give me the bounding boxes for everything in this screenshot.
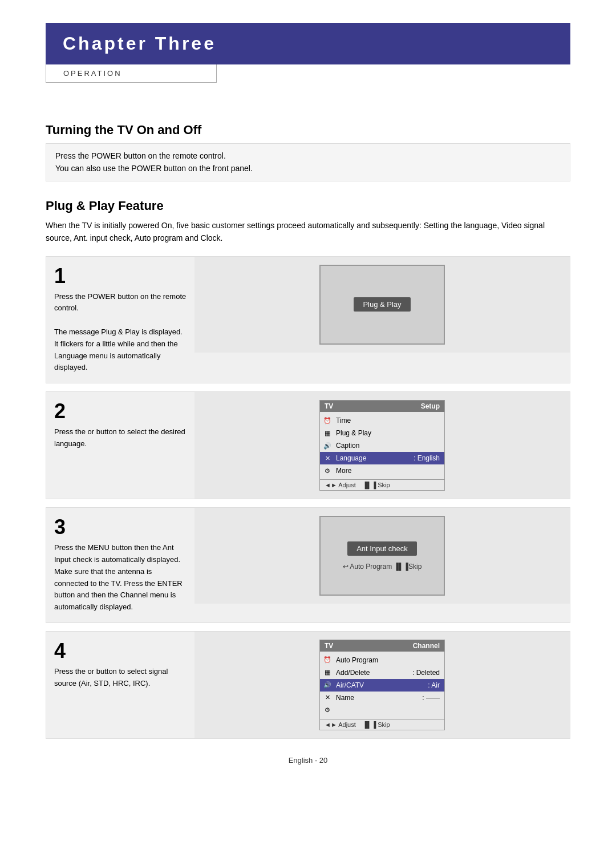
turning-tv-box: Press the POWER button on the remote con… <box>46 143 570 181</box>
menu-label-time: Time <box>336 417 440 424</box>
menu-label-more: More <box>336 467 440 475</box>
step1-right: Plug & Play <box>194 257 570 353</box>
step2-menu-header: TV Setup <box>320 401 444 412</box>
step1-text1: Press the POWER button on the remote con… <box>54 291 187 315</box>
step1-text2: The message Plug & Play is displayed. It… <box>54 326 187 374</box>
step2-menu-tv: TV <box>325 402 333 410</box>
menu-row-autoprog: ⏰ Auto Program <box>320 654 444 666</box>
menu-label-adddelete: Add/Delete <box>336 669 409 677</box>
menu-label-plugplay: Plug & Play <box>336 429 440 437</box>
menu-value-name: : —— <box>422 694 440 702</box>
step2-left: 2 Press the or button to select the desi… <box>46 392 194 459</box>
menu-value-adddelete: : Deleted <box>412 669 440 677</box>
chapter-subtitle: OPERATION <box>46 64 217 83</box>
step3-container: 3 Press the MENU button then the Ant Inp… <box>46 507 570 623</box>
autoprog-icon: ⏰ <box>322 655 333 665</box>
step4-menu-channel: Channel <box>413 642 440 650</box>
step4-right: TV Channel ⏰ Auto Program ▦ Add/Delete :… <box>194 632 570 738</box>
step4-menu-body: ⏰ Auto Program ▦ Add/Delete : Deleted 🔊 … <box>320 652 444 719</box>
step2-skip: ▐▌▐ Skip <box>363 482 390 488</box>
step4-channel-menu: TV Channel ⏰ Auto Program ▦ Add/Delete :… <box>319 640 445 730</box>
step2-menu-setup: Setup <box>421 402 440 410</box>
adddelete-icon: ▦ <box>322 668 333 678</box>
menu-label-name: Name <box>336 694 419 702</box>
step4-skip: ▐▌▐ Skip <box>363 721 390 728</box>
menu-label-autoprog: Auto Program <box>336 656 440 664</box>
chapter-title: Chapter Three <box>46 23 570 64</box>
plugplay-icon: ▦ <box>322 428 333 438</box>
step4-container: 4 Press the or button to select signal s… <box>46 631 570 739</box>
step2-right: TV Setup ⏰ Time ▦ Plug & Play 🔊 Caption … <box>194 392 570 499</box>
step2-menu-footer: ◄► Adjust ▐▌▐ Skip <box>320 479 444 490</box>
step2-adjust: ◄► Adjust <box>325 482 356 488</box>
menu-value-language: : English <box>414 454 440 462</box>
menu-row-name: ✕ Name : —— <box>320 692 444 704</box>
caption-icon: 🔊 <box>322 440 333 451</box>
menu-row-plugplay: ▦ Plug & Play <box>320 427 444 439</box>
menu-row-extra: ⚙ <box>320 704 444 717</box>
step3-left: 3 Press the MENU button then the Ant Inp… <box>46 508 194 622</box>
auto-program-row: ↩ Auto Program ▐▌▐Skip <box>343 563 422 571</box>
menu-row-more: ⚙ More <box>320 464 444 477</box>
lang-icon: ✕ <box>322 453 333 463</box>
footer-text: English - 20 <box>289 756 328 765</box>
time-icon: ⏰ <box>322 415 333 426</box>
menu-row-aircatv: 🔊 Air/CATV : Air <box>320 679 444 692</box>
aircatv-icon: 🔊 <box>322 680 333 690</box>
ant-check-btn: Ant Input check <box>347 541 417 556</box>
menu-row-time: ⏰ Time <box>320 414 444 427</box>
step3-ant-screen: Ant Input check ↩ Auto Program ▐▌▐Skip <box>319 516 445 596</box>
menu-row-caption: 🔊 Caption <box>320 439 444 452</box>
step4-menu-footer: ◄► Adjust ▐▌▐ Skip <box>320 719 444 730</box>
menu-label-aircatv: Air/CATV <box>336 681 424 689</box>
step2-text1: Press the or button to select the desire… <box>54 426 187 450</box>
page-footer: English - 20 <box>46 756 570 765</box>
plug-play-description: When the TV is initially powered On, fiv… <box>46 219 570 245</box>
menu-label-language: Language <box>336 454 410 462</box>
step4-number: 4 <box>54 641 187 661</box>
menu-row-adddelete: ▦ Add/Delete : Deleted <box>320 666 444 679</box>
plug-play-btn: Plug & Play <box>354 297 410 312</box>
step4-left: 4 Press the or button to select signal s… <box>46 632 194 699</box>
step4-text1: Press the or button to select signal sou… <box>54 666 187 690</box>
step2-menu-body: ⏰ Time ▦ Plug & Play 🔊 Caption ✕ Languag… <box>320 412 444 479</box>
more-icon: ⚙ <box>322 466 333 476</box>
turning-line1: Press the POWER button on the remote con… <box>55 149 561 162</box>
menu-row-language: ✕ Language : English <box>320 452 444 464</box>
step3-text1: Press the MENU button then the Ant Input… <box>54 542 187 613</box>
step3-right: Ant Input check ↩ Auto Program ▐▌▐Skip <box>194 508 570 604</box>
step1-number: 1 <box>54 266 187 286</box>
step4-adjust: ◄► Adjust <box>325 721 356 728</box>
step2-number: 2 <box>54 401 187 422</box>
step1-tv-screen: Plug & Play <box>319 265 445 345</box>
step4-menu-tv: TV <box>325 642 333 650</box>
name-icon: ✕ <box>322 693 333 703</box>
turning-line2: You can also use the POWER button on the… <box>55 162 561 175</box>
step2-setup-menu: TV Setup ⏰ Time ▦ Plug & Play 🔊 Caption … <box>319 400 445 491</box>
menu-value-aircatv: : Air <box>428 681 440 689</box>
section2-title: Plug & Play Feature <box>46 199 570 213</box>
extra-icon: ⚙ <box>322 705 333 715</box>
step1-container: 1 Press the POWER button on the remote c… <box>46 256 570 384</box>
step1-left: 1 Press the POWER button on the remote c… <box>46 257 194 383</box>
section1-title: Turning the TV On and Off <box>46 123 570 138</box>
step4-menu-header: TV Channel <box>320 640 444 652</box>
step3-number: 3 <box>54 517 187 537</box>
menu-label-caption: Caption <box>336 442 440 450</box>
step2-container: 2 Press the or button to select the desi… <box>46 391 570 499</box>
